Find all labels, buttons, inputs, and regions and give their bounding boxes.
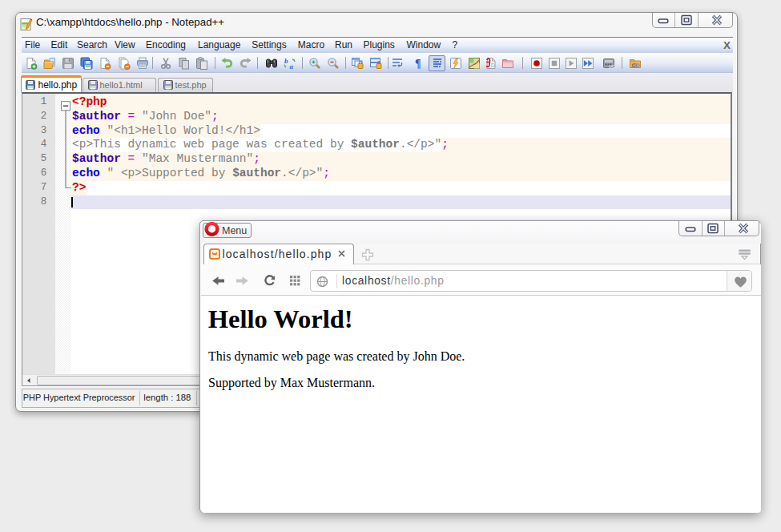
svg-text:a: a: [289, 62, 293, 70]
svg-text:b: b: [284, 57, 288, 65]
svg-text:D: D: [491, 62, 495, 67]
svg-text:¶: ¶: [415, 58, 421, 70]
svg-text:UC: UC: [609, 63, 615, 68]
